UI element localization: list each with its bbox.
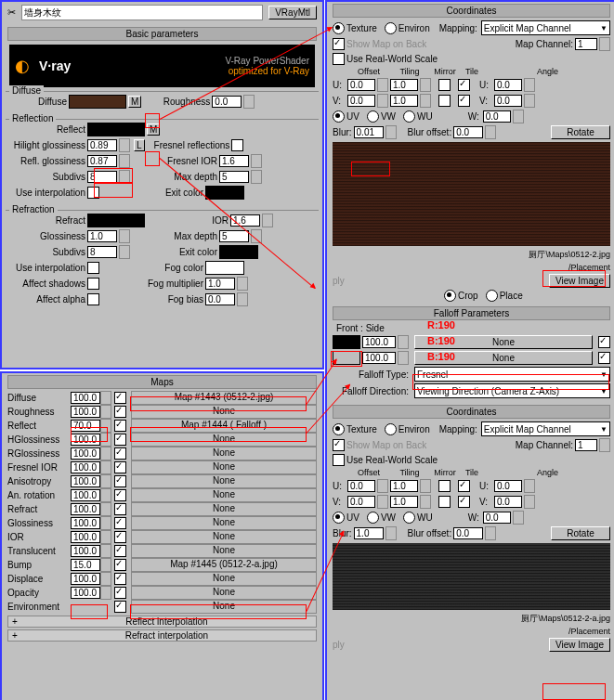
u2-offset[interactable] (347, 480, 375, 492)
rotate2-button[interactable]: Rotate (551, 526, 610, 540)
v2-tile[interactable] (458, 496, 470, 508)
v-tile[interactable] (458, 95, 470, 107)
refract-interp-expand[interactable]: +Refract interpolation (7, 629, 317, 642)
map-enable[interactable] (114, 559, 126, 571)
rmaxd-input[interactable] (219, 230, 249, 242)
map-amount[interactable] (71, 406, 100, 418)
spinner[interactable] (119, 170, 130, 184)
mapping2-dropdown[interactable]: Explicit Map Channel (481, 421, 610, 436)
showback-check[interactable] (333, 38, 345, 50)
fog-swatch[interactable] (205, 261, 244, 275)
map-enable[interactable] (114, 406, 126, 418)
view-image2-button[interactable]: View Image (549, 638, 610, 652)
material-type-button[interactable]: VRayMtl (268, 6, 317, 19)
map-amount[interactable] (71, 587, 100, 599)
spinner[interactable] (420, 78, 431, 92)
spinner[interactable] (513, 511, 524, 525)
affalpha-check[interactable] (87, 293, 99, 305)
spinner[interactable] (100, 391, 111, 405)
uv-radio[interactable] (333, 110, 345, 123)
map-amount[interactable] (71, 489, 100, 501)
spinner[interactable] (237, 277, 248, 291)
material-name[interactable]: 墙身木纹 (21, 5, 263, 20)
diffuse-map-button[interactable]: M (128, 96, 141, 108)
map-amount[interactable] (71, 434, 100, 446)
reflect-map-button[interactable]: M (147, 123, 160, 136)
falloff-c1[interactable] (333, 335, 360, 349)
mapch-input[interactable] (575, 38, 597, 50)
spinner[interactable] (100, 530, 111, 544)
spinner[interactable] (119, 154, 130, 168)
place-radio[interactable] (486, 290, 498, 302)
spinner[interactable] (119, 245, 130, 259)
ior-input[interactable] (230, 214, 260, 227)
ruseint-check[interactable] (87, 262, 99, 274)
affshad-check[interactable] (87, 278, 99, 290)
blur2-input[interactable] (354, 527, 384, 539)
map-enable[interactable] (114, 434, 126, 446)
spinner[interactable] (524, 495, 535, 509)
map-slot-button[interactable]: None (131, 447, 317, 460)
fior-input[interactable] (219, 155, 249, 167)
showback2-check[interactable] (333, 439, 345, 451)
v2-tiling[interactable] (390, 496, 418, 508)
map-amount[interactable] (71, 461, 100, 473)
map-slot-button[interactable]: None (131, 572, 317, 586)
spinner[interactable] (100, 558, 111, 572)
spinner[interactable] (420, 495, 431, 509)
spinner[interactable] (599, 37, 610, 51)
spinner[interactable] (398, 335, 409, 349)
map-slot-button[interactable]: Map #1445 (0512-2-a.jpg) (131, 558, 317, 572)
maxdepth-input[interactable] (219, 171, 249, 183)
v-offset[interactable] (347, 95, 375, 107)
u-offset[interactable] (347, 79, 375, 91)
spinner[interactable] (377, 495, 388, 509)
spinner[interactable] (524, 479, 535, 493)
map-amount[interactable] (71, 573, 100, 585)
v-tiling[interactable] (390, 95, 418, 107)
spinner[interactable] (100, 419, 111, 433)
spinner[interactable] (119, 138, 130, 152)
u-mirror[interactable] (438, 79, 451, 91)
environ-radio[interactable] (385, 22, 397, 34)
falloff-v1[interactable] (362, 336, 396, 348)
spinner[interactable] (599, 438, 610, 452)
v2-angle[interactable] (494, 496, 522, 508)
map-slot-button[interactable]: Map #1444 ( Falloff ) (131, 419, 317, 433)
map-slot-button[interactable]: None (131, 516, 317, 530)
uv2-radio[interactable] (333, 512, 345, 524)
map-slot-button[interactable]: None (131, 600, 317, 614)
spinner[interactable] (100, 516, 111, 530)
map-enable[interactable] (114, 587, 126, 599)
v-angle[interactable] (494, 95, 522, 107)
texture2-radio[interactable] (333, 423, 345, 435)
w2-angle[interactable] (483, 512, 511, 524)
spinner[interactable] (100, 405, 111, 419)
vw2-radio[interactable] (367, 512, 379, 524)
v2-mirror[interactable] (438, 496, 451, 508)
map-slot-button[interactable]: None (131, 530, 317, 544)
subdivs-input[interactable] (87, 171, 117, 183)
fogbias-input[interactable] (205, 293, 235, 305)
rexit-swatch[interactable] (219, 245, 258, 259)
map-amount[interactable] (71, 559, 100, 571)
fresnel-check[interactable] (231, 139, 243, 151)
rsub-input[interactable] (87, 246, 117, 258)
spinner[interactable] (243, 95, 255, 109)
wu2-radio[interactable] (403, 512, 415, 524)
reflect-interp-expand[interactable]: +Reflect interpolation (7, 616, 317, 628)
rglos-input[interactable] (87, 230, 117, 242)
map-amount[interactable] (71, 545, 100, 557)
bluroff-input[interactable] (453, 126, 483, 138)
roughness-input[interactable] (212, 96, 242, 108)
map-enable[interactable] (114, 601, 126, 613)
map-slot-button[interactable]: None (131, 433, 317, 447)
map-enable[interactable] (114, 517, 126, 529)
crop-radio[interactable] (444, 290, 456, 302)
spinner[interactable] (385, 125, 397, 139)
map-slot-button[interactable]: None (131, 488, 317, 502)
map-enable[interactable] (114, 461, 126, 473)
rgloss-input[interactable] (87, 155, 117, 167)
u-tiling[interactable] (390, 79, 418, 91)
spinner[interactable] (485, 125, 496, 139)
